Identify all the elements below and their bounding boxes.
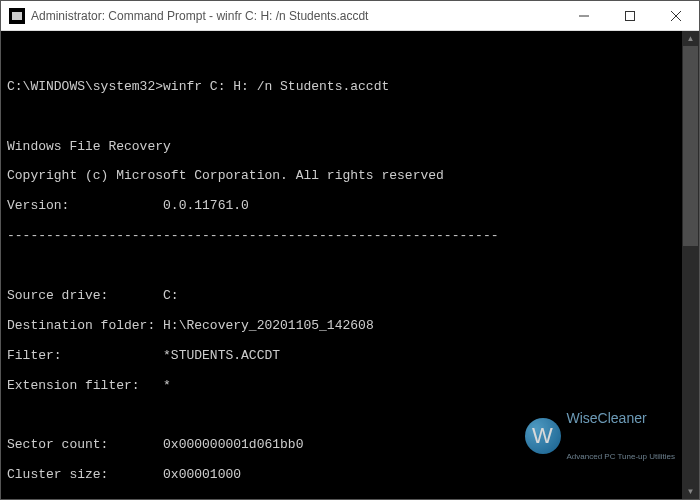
scroll-up-icon[interactable]: ▲ [682, 31, 699, 46]
close-icon [671, 11, 681, 21]
watermark-text: WiseCleaner Advanced PC Tune-up Utilitie… [567, 383, 676, 489]
command-prompt-window: Administrator: Command Prompt - winfr C:… [0, 0, 700, 500]
svg-rect-1 [626, 11, 635, 20]
minimize-icon [579, 11, 589, 21]
sector-size: Sector size: 0x00000200 [7, 498, 693, 499]
terminal-output[interactable]: C:\WINDOWS\system32>winfr C: H: /n Stude… [1, 31, 699, 499]
source-drive: Source drive: C: [7, 289, 693, 304]
empty-line [7, 259, 693, 274]
watermark-logo-icon: W [525, 418, 561, 454]
maximize-icon [625, 11, 635, 21]
filter: Filter: *STUDENTS.ACCDT [7, 349, 693, 364]
close-button[interactable] [653, 1, 699, 31]
empty-line [7, 50, 693, 65]
app-header: Windows File Recovery [7, 140, 693, 155]
vertical-scrollbar[interactable]: ▲ ▼ [682, 31, 699, 499]
scrollbar-thumb[interactable] [683, 46, 698, 246]
scroll-down-icon[interactable]: ▼ [682, 484, 699, 499]
divider: ----------------------------------------… [7, 229, 693, 244]
copyright: Copyright (c) Microsoft Corporation. All… [7, 169, 693, 184]
window-controls [561, 1, 699, 31]
watermark: W WiseCleaner Advanced PC Tune-up Utilit… [525, 383, 676, 489]
watermark-tagline: Advanced PC Tune-up Utilities [567, 453, 676, 461]
dest-folder: Destination folder: H:\Recovery_20201105… [7, 319, 693, 334]
minimize-button[interactable] [561, 1, 607, 31]
maximize-button[interactable] [607, 1, 653, 31]
prompt-line: C:\WINDOWS\system32>winfr C: H: /n Stude… [7, 80, 693, 95]
empty-line [7, 110, 693, 125]
window-title: Administrator: Command Prompt - winfr C:… [31, 9, 561, 23]
titlebar[interactable]: Administrator: Command Prompt - winfr C:… [1, 1, 699, 31]
version-line: Version: 0.0.11761.0 [7, 199, 693, 214]
watermark-name: WiseCleaner [567, 411, 676, 425]
cmd-icon [9, 8, 25, 24]
